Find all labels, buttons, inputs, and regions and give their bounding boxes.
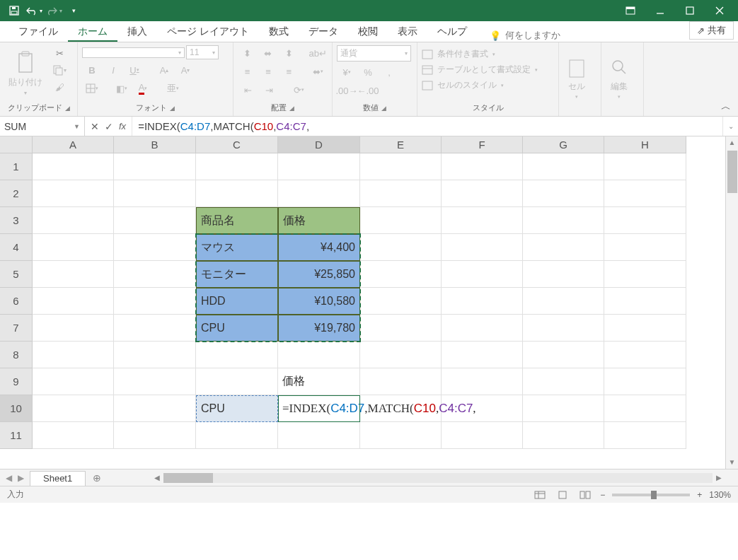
cell-A10[interactable]	[33, 395, 114, 422]
cell-E8[interactable]	[360, 342, 442, 368]
sheet-nav-next[interactable]: ▶	[18, 473, 24, 483]
cell-H11[interactable]	[604, 422, 686, 449]
save-button[interactable]	[6, 2, 23, 19]
row-header-4[interactable]: 4	[0, 234, 33, 261]
cell-G11[interactable]	[523, 422, 604, 449]
row-header-8[interactable]: 8	[0, 342, 33, 368]
tab-home[interactable]: ホーム	[68, 21, 117, 42]
enter-formula-button[interactable]: ✓	[105, 121, 113, 132]
orientation-button[interactable]: ⟳▾	[289, 82, 309, 98]
cell-H4[interactable]	[604, 234, 686, 261]
cell-B2[interactable]	[114, 180, 196, 207]
cell-H2[interactable]	[604, 180, 686, 207]
format-as-table[interactable]: テーブルとして書式設定▾	[422, 64, 554, 76]
zoom-slider[interactable]	[612, 494, 690, 496]
cell-G3[interactable]	[523, 207, 604, 234]
cell-A4[interactable]	[33, 234, 114, 261]
cell-G7[interactable]	[523, 315, 604, 342]
fill-color-button[interactable]: ◧▾	[112, 81, 132, 96]
view-page-layout[interactable]	[555, 489, 570, 501]
expand-formula-bar[interactable]: ⌄	[722, 117, 738, 136]
cell-C9[interactable]	[196, 368, 278, 395]
tab-file[interactable]: ファイル	[8, 21, 68, 42]
ribbon-display-options[interactable]	[618, 1, 643, 20]
cell-C4[interactable]: マウス	[196, 234, 278, 261]
accounting-format[interactable]: ¥▾	[337, 64, 357, 80]
align-middle[interactable]: ⬌	[258, 45, 277, 61]
font-dialog-launcher[interactable]: ◢	[170, 105, 175, 112]
cell-B10[interactable]	[114, 395, 196, 422]
share-button[interactable]: ⇗共有	[689, 21, 734, 40]
cell-G5[interactable]	[523, 261, 604, 288]
cell-B5[interactable]	[114, 261, 196, 288]
row-header-5[interactable]: 5	[0, 261, 33, 288]
cell-F4[interactable]	[442, 234, 523, 261]
cell-D4[interactable]: ¥4,400	[278, 234, 360, 261]
cell-A11[interactable]	[33, 422, 114, 449]
cell-F2[interactable]	[442, 180, 523, 207]
cell-H1[interactable]	[604, 153, 686, 180]
comma-format[interactable]: ,	[379, 64, 399, 80]
tab-page-layout[interactable]: ページ レイアウト	[157, 21, 259, 42]
cell-E6[interactable]	[360, 288, 442, 315]
cell-C11[interactable]	[196, 422, 278, 449]
cell-F5[interactable]	[442, 261, 523, 288]
cell-C5[interactable]: モニター	[196, 261, 278, 288]
cell-E3[interactable]	[360, 207, 442, 234]
cell-A6[interactable]	[33, 288, 114, 315]
cell-B1[interactable]	[114, 153, 196, 180]
cell-F6[interactable]	[442, 288, 523, 315]
bold-button[interactable]: B	[82, 62, 102, 78]
redo-button[interactable]: ▾	[45, 2, 62, 19]
cell-H7[interactable]	[604, 315, 686, 342]
tab-insert[interactable]: 挿入	[117, 21, 157, 42]
row-header-1[interactable]: 1	[0, 153, 33, 180]
cell-D9[interactable]: 価格	[278, 368, 360, 395]
scroll-left-button[interactable]: ◀	[151, 474, 163, 482]
collapse-ribbon-button[interactable]: ︿	[714, 42, 738, 116]
cell-A1[interactable]	[33, 153, 114, 180]
cell-B4[interactable]	[114, 234, 196, 261]
cell-G2[interactable]	[523, 180, 604, 207]
align-center[interactable]: ≡	[258, 64, 277, 79]
alignment-dialog-launcher[interactable]: ◢	[289, 105, 294, 112]
zoom-level[interactable]: 130%	[709, 490, 731, 500]
wrap-text[interactable]: ab↵	[309, 45, 328, 61]
cell-A9[interactable]	[33, 368, 114, 395]
cell-E5[interactable]	[360, 261, 442, 288]
cell-A8[interactable]	[33, 342, 114, 368]
row-header-3[interactable]: 3	[0, 207, 33, 234]
cell-E7[interactable]	[360, 315, 442, 342]
cell-D7[interactable]: ¥19,780	[278, 315, 360, 342]
format-painter-button[interactable]: 🖌	[50, 79, 69, 95]
cell-D10-formula[interactable]: =INDEX(C4:D7,MATCH(C10,C4:C7,	[278, 395, 632, 422]
formula-input[interactable]: =INDEX(C4:D7,MATCH(C10,C4:C7,	[132, 117, 722, 136]
row-header-7[interactable]: 7	[0, 315, 33, 342]
font-color-button[interactable]: A▾	[133, 81, 153, 96]
increase-font-button[interactable]: A▴	[154, 62, 174, 78]
cell-A5[interactable]	[33, 261, 114, 288]
cell-C7[interactable]: CPU	[196, 315, 278, 342]
name-box-dropdown[interactable]: ▼	[74, 123, 80, 130]
cell-E9[interactable]	[360, 368, 442, 395]
hscroll-thumb[interactable]	[163, 473, 213, 483]
editing-menu[interactable]: 編集▾	[606, 45, 633, 112]
number-format-dropdown[interactable]: 通貨▾	[337, 45, 411, 62]
cell-H8[interactable]	[604, 342, 686, 368]
number-dialog-launcher[interactable]: ◢	[381, 105, 386, 112]
align-bottom[interactable]: ⬍	[279, 45, 299, 61]
tab-data[interactable]: データ	[299, 21, 348, 42]
row-header-6[interactable]: 6	[0, 288, 33, 315]
row-header-2[interactable]: 2	[0, 180, 33, 207]
new-sheet-button[interactable]: ⊕	[86, 469, 108, 486]
col-header-B[interactable]: B	[114, 136, 196, 153]
cell-D3[interactable]: 価格	[278, 207, 360, 234]
cell-D6[interactable]: ¥10,580	[278, 288, 360, 315]
tab-view[interactable]: 表示	[388, 21, 427, 42]
close-button[interactable]	[707, 1, 732, 20]
cell-B3[interactable]	[114, 207, 196, 234]
cell-C3[interactable]: 商品名	[196, 207, 278, 234]
cell-E2[interactable]	[360, 180, 442, 207]
conditional-formatting[interactable]: 条件付き書式▾	[422, 48, 554, 60]
tab-help[interactable]: ヘルプ	[427, 21, 477, 42]
